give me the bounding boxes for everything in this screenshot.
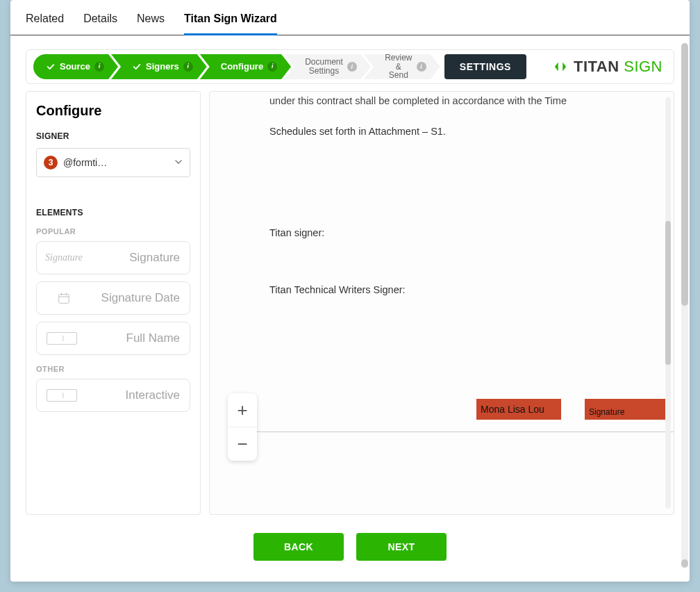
info-icon[interactable]: i <box>183 62 193 72</box>
step-source-label: Source <box>60 62 90 72</box>
brand: TITAN SIGN <box>551 58 667 76</box>
document-canvas[interactable]: under this contract shall be completed i… <box>209 91 674 515</box>
step-document-settings[interactable]: Document Settings i <box>284 54 371 79</box>
popular-group-label: POPULAR <box>36 227 190 236</box>
info-icon[interactable]: i <box>417 62 426 72</box>
next-button[interactable]: NEXT <box>356 533 447 561</box>
step-configure-label: Configure <box>221 62 263 72</box>
calendar-icon <box>47 290 81 306</box>
element-interactive[interactable]: I Interactive <box>36 379 190 412</box>
document-page: under this contract shall be completed i… <box>256 91 674 432</box>
brand-text: TITAN SIGN <box>574 58 662 76</box>
scrollbar-thumb-bottom[interactable] <box>681 559 688 568</box>
brand-logo-icon <box>551 58 569 76</box>
wizard-footer: BACK NEXT <box>10 515 690 582</box>
element-sigdate-label: Signature Date <box>101 291 180 305</box>
element-signature-label: Signature <box>129 251 180 265</box>
element-interactive-label: Interactive <box>126 388 180 402</box>
other-group-label: OTHER <box>36 365 190 373</box>
main-area: Configure SIGNER 3 @formti… ELEMENTS POP… <box>10 84 690 515</box>
zoom-in-button[interactable]: + <box>228 393 257 427</box>
svg-rect-0 <box>59 295 69 304</box>
signer-badge: 3 <box>44 156 58 170</box>
step-configure[interactable]: Configure i <box>200 54 291 79</box>
element-signature-date[interactable]: Signature Date <box>36 281 190 315</box>
step-source[interactable]: Source i <box>33 54 118 79</box>
placed-field-name[interactable]: Mona Lisa Lou <box>476 399 561 420</box>
check-icon <box>132 62 142 72</box>
step-signers[interactable]: Signers i <box>111 54 207 79</box>
back-button[interactable]: BACK <box>253 533 344 561</box>
signature-icon: Signature <box>47 252 81 263</box>
record-tabs: Related Details News Titan Sign Wizard <box>10 0 690 35</box>
info-icon[interactable]: i <box>347 62 357 72</box>
element-fullname-label: Full Name <box>126 331 180 345</box>
zoom-control: + − <box>228 393 257 461</box>
tab-related[interactable]: Related <box>26 13 64 35</box>
elements-heading: ELEMENTS <box>36 208 190 217</box>
wizard-steps: Source i Signers i Configure i <box>33 54 440 79</box>
step-docsettings-l2: Settings <box>309 67 339 76</box>
step-review-l3: Send <box>389 71 408 80</box>
tab-details[interactable]: Details <box>83 13 117 35</box>
zoom-out-button[interactable]: − <box>228 427 257 461</box>
check-icon <box>46 62 56 72</box>
chevron-down-icon <box>174 156 183 169</box>
step-review-l1: Review <box>385 54 412 63</box>
signer-value: @formti… <box>63 157 169 168</box>
doc-text-schedules: Schedules set forth in Attachment – S1. <box>269 122 646 140</box>
tab-news[interactable]: News <box>137 13 165 35</box>
step-signers-label: Signers <box>146 62 179 72</box>
brand-word-sign: SIGN <box>624 58 662 75</box>
doc-text-titan-signer: Titan signer: <box>269 224 646 242</box>
element-full-name[interactable]: I Full Name <box>36 322 190 355</box>
brand-word-titan: TITAN <box>574 58 619 75</box>
scrollbar-thumb[interactable] <box>665 221 671 365</box>
doc-text-writers-signer: Titan Technical Writers Signer: <box>269 281 646 299</box>
canvas-scrollbar[interactable] <box>665 97 671 509</box>
placed-field-signature[interactable]: Signature <box>585 399 669 420</box>
signer-dropdown[interactable]: 3 @formti… <box>36 148 190 177</box>
app-window: Related Details News Titan Sign Wizard S… <box>10 0 690 582</box>
info-icon[interactable]: i <box>94 62 104 72</box>
element-signature[interactable]: Signature Signature <box>36 241 190 274</box>
configure-sidebar: Configure SIGNER 3 @formti… ELEMENTS POP… <box>26 91 201 515</box>
textbox-icon: I <box>47 332 77 345</box>
tab-titan-sign-wizard[interactable]: Titan Sign Wizard <box>184 13 277 35</box>
step-review-send[interactable]: Review & Send i <box>364 54 440 79</box>
sidebar-title: Configure <box>36 103 190 119</box>
wizard-bar: Source i Signers i Configure i <box>26 49 674 84</box>
doc-text-line-top: under this contract shall be completed i… <box>269 92 646 110</box>
signer-heading: SIGNER <box>36 131 190 141</box>
info-icon[interactable]: i <box>267 62 277 72</box>
textbox-icon: I <box>47 389 77 402</box>
scrollbar-thumb[interactable] <box>681 43 688 306</box>
settings-button[interactable]: SETTINGS <box>444 54 526 79</box>
window-scrollbar[interactable] <box>681 43 688 568</box>
